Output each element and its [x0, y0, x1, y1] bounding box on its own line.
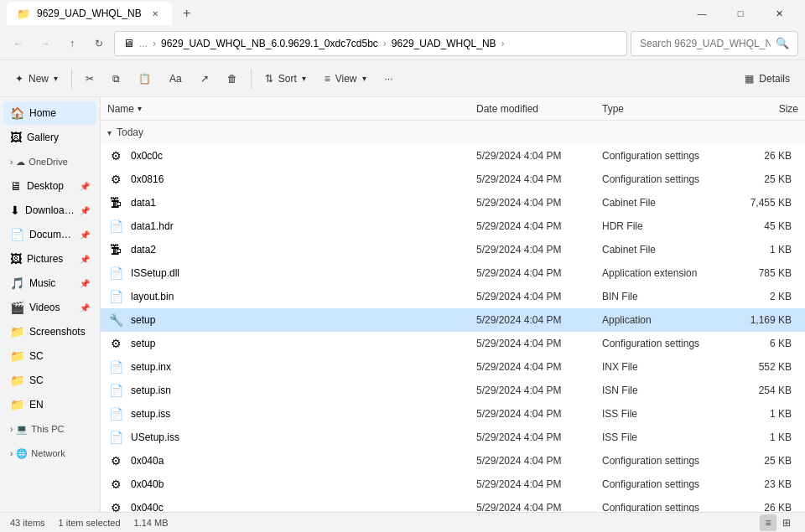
sidebar-item-screenshots[interactable]: 📁 Screenshots [3, 320, 96, 343]
maximize-button[interactable]: □ [721, 0, 760, 27]
table-row[interactable]: ⚙ 0x040b 5/29/2024 4:04 PM Configuration… [101, 473, 805, 496]
table-row[interactable]: ⚙ setup 5/29/2024 4:04 PM Configuration … [101, 332, 805, 355]
file-type: ISN File [595, 385, 738, 396]
file-name: ISSetup.dll [131, 267, 470, 279]
file-size: 2 KB [738, 291, 805, 302]
up-button[interactable]: ↑ [60, 32, 84, 55]
table-row[interactable]: 📄 layout.bin 5/29/2024 4:04 PM BIN File … [101, 285, 805, 308]
sidebar-item-sc2[interactable]: 📁 SC [3, 369, 96, 392]
view-icon: ≡ [325, 73, 330, 85]
file-type: Cabinet File [595, 244, 738, 256]
file-icon: ⚙ [101, 478, 131, 491]
table-row[interactable]: 📄 ISSetup.dll 5/29/2024 4:04 PM Applicat… [101, 261, 805, 285]
sort-icon: ⇅ [265, 73, 273, 85]
group-header-today[interactable]: ▾ Today [101, 121, 805, 144]
details-button[interactable]: ▦ Details [736, 65, 798, 92]
table-row[interactable]: 📄 data1.hdr 5/29/2024 4:04 PM HDR File 4… [101, 214, 805, 238]
file-type: Configuration settings [595, 455, 738, 467]
sidebar-item-sc1[interactable]: 📁 SC [3, 344, 96, 368]
column-header-name[interactable]: Name ▾ [101, 103, 470, 115]
table-row[interactable]: ⚙ 0x0c0c 5/29/2024 4:04 PM Configuration… [101, 144, 805, 168]
details-view-button[interactable]: ≡ [760, 514, 776, 531]
sidebar-item-home[interactable]: 🏠 Home [3, 101, 96, 125]
file-name: USetup.iss [131, 431, 470, 443]
table-row[interactable]: 🗜 data2 5/29/2024 4:04 PM Cabinet File 1… [101, 238, 805, 261]
title-bar: 📁 9629_UAD_WHQL_NB ✕ + — □ ✕ [0, 0, 805, 27]
file-date: 5/29/2024 4:04 PM [470, 291, 595, 302]
item-count: 43 items [10, 518, 45, 528]
sidebar-item-network[interactable]: › 🌐 Network [3, 442, 96, 465]
selected-size: 1.14 MB [134, 518, 169, 528]
search-input[interactable] [640, 38, 771, 49]
column-header-date[interactable]: Date modified [470, 103, 595, 115]
table-row[interactable]: ⚙ 0x040c 5/29/2024 4:04 PM Configuration… [101, 496, 805, 512]
sidebar-item-documents[interactable]: 📄 Documents 📌 [3, 223, 96, 246]
sort-chevron: ▾ [302, 74, 306, 83]
paste-button[interactable]: 📋 [130, 65, 159, 92]
cut-button[interactable]: ✂ [77, 65, 102, 92]
close-button[interactable]: ✕ [760, 0, 798, 27]
tiles-view-button[interactable]: ⊞ [778, 514, 795, 531]
column-date-label: Date modified [476, 103, 538, 115]
sidebar-item-music[interactable]: 🎵 Music 📌 [3, 271, 96, 295]
sidebar-item-label: This PC [31, 424, 64, 434]
file-type: BIN File [595, 291, 738, 302]
sidebar-item-onedrive[interactable]: › ☁ OneDrive [3, 150, 96, 173]
search-box[interactable]: 🔍 [631, 31, 798, 56]
folder-icon: 📁 [10, 325, 24, 338]
table-row[interactable]: 🗜 data1 5/29/2024 4:04 PM Cabinet File 7… [101, 191, 805, 214]
table-row[interactable]: 📄 setup.iss 5/29/2024 4:04 PM ISS File 1… [101, 402, 805, 426]
home-icon: 🏠 [10, 106, 24, 120]
more-button[interactable]: ··· [377, 65, 402, 92]
file-icon: 📄 [101, 290, 131, 303]
new-button[interactable]: ✦ New ▾ [7, 65, 66, 92]
tab-close-button[interactable]: ✕ [148, 7, 162, 20]
rename-button[interactable]: Aa [161, 65, 190, 92]
new-tab-button[interactable]: + [175, 2, 199, 25]
table-row[interactable]: 📄 USetup.iss 5/29/2024 4:04 PM ISS File … [101, 426, 805, 449]
sort-label: Sort [278, 73, 297, 85]
refresh-button[interactable]: ↻ [87, 32, 111, 55]
sidebar-item-gallery[interactable]: 🖼 Gallery [3, 126, 96, 149]
delete-button[interactable]: 🗑 [219, 65, 246, 92]
file-icon: 🗜 [101, 243, 131, 256]
sidebar-item-downloads[interactable]: ⬇ Downloads 📌 [3, 199, 96, 222]
file-size: 552 KB [738, 361, 805, 373]
sort-button[interactable]: ⇅ Sort ▾ [257, 65, 314, 92]
new-icon: ✦ [15, 73, 23, 85]
table-row[interactable]: 📄 setup.isn 5/29/2024 4:04 PM ISN File 2… [101, 379, 805, 402]
group-label: Today [117, 127, 143, 138]
share-button[interactable]: ↗ [192, 65, 217, 92]
sidebar-item-thispc[interactable]: › 💻 This PC [3, 417, 96, 441]
file-icon: 📄 [101, 360, 131, 374]
sidebar-item-desktop[interactable]: 🖥 Desktop 📌 [3, 174, 96, 198]
minimize-button[interactable]: — [683, 0, 721, 27]
file-list-header: Name ▾ Date modified Type Size [101, 97, 805, 121]
table-row[interactable]: 📄 setup.inx 5/29/2024 4:04 PM INX File 5… [101, 355, 805, 379]
back-button[interactable]: ← [7, 32, 30, 55]
sidebar-item-videos[interactable]: 🎬 Videos 📌 [3, 296, 96, 319]
file-type: Configuration settings [595, 150, 738, 162]
active-tab[interactable]: 📁 9629_UAD_WHQL_NB ✕ [7, 2, 172, 25]
toolbar-separator-2 [251, 69, 252, 89]
view-button[interactable]: ≡ View ▾ [316, 65, 375, 92]
file-type: HDR File [595, 220, 738, 232]
pin-icon: 📌 [80, 303, 90, 312]
file-size: 25 KB [738, 173, 805, 185]
view-label: View [335, 73, 357, 85]
table-row[interactable]: 🔧 setup 5/29/2024 4:04 PM Application 1,… [101, 308, 805, 332]
column-header-size[interactable]: Size [738, 103, 805, 115]
forward-button[interactable]: → [34, 32, 57, 55]
copy-button[interactable]: ⧉ [104, 65, 128, 92]
address-box[interactable]: 🖥 ... › 9629_UAD_WHQL_NB_6.0.9629.1_0xdc… [114, 31, 627, 56]
videos-icon: 🎬 [10, 301, 24, 314]
sidebar-item-label: OneDrive [29, 157, 67, 167]
gallery-icon: 🖼 [10, 131, 22, 144]
sidebar-item-pictures[interactable]: 🖼 Pictures 📌 [3, 247, 96, 271]
file-size: 6 KB [738, 338, 805, 349]
table-row[interactable]: ⚙ 0x0816 5/29/2024 4:04 PM Configuration… [101, 168, 805, 191]
sidebar-item-en[interactable]: 📁 EN [3, 393, 96, 416]
onedrive-icon: ☁ [16, 157, 25, 168]
table-row[interactable]: ⚙ 0x040a 5/29/2024 4:04 PM Configuration… [101, 449, 805, 473]
column-header-type[interactable]: Type [595, 103, 738, 115]
